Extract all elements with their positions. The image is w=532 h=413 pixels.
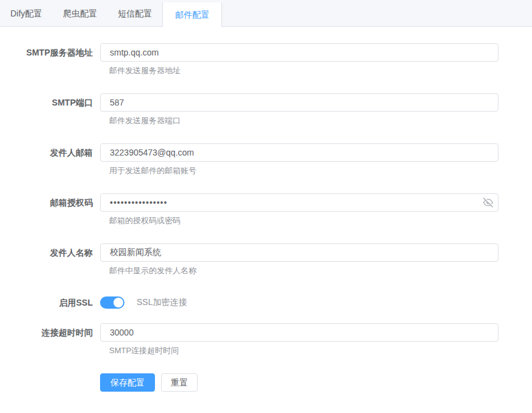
email-config-form: SMTP服务器地址 邮件发送服务器地址 SMTP端口 邮件发送服务器端口 发件人… (0, 27, 532, 392)
smtp-host-hint: 邮件发送服务器地址 (100, 65, 498, 76)
auth-code-input[interactable] (100, 193, 498, 212)
timeout-hint: SMTP连接超时时间 (100, 345, 498, 356)
sender-name-content: 邮件中显示的发件人名称 (100, 243, 498, 276)
timeout-label: 连接超时时间 (0, 323, 100, 356)
sender-email-input[interactable] (100, 143, 498, 162)
enable-ssl-label: 启用SSL (0, 293, 100, 312)
form-actions: 保存配置 重置 (100, 373, 498, 392)
smtp-host-label: SMTP服务器地址 (0, 43, 100, 76)
sender-name-row: 发件人名称 邮件中显示的发件人名称 (0, 243, 498, 276)
tab-crawler-config[interactable]: 爬虫配置 (52, 0, 107, 27)
timeout-input[interactable] (100, 323, 498, 342)
eye-off-icon[interactable] (483, 198, 493, 207)
enable-ssl-row: 启用SSL SSL加密连接 (0, 293, 498, 312)
reset-button[interactable]: 重置 (161, 373, 198, 392)
smtp-port-input[interactable] (100, 93, 498, 112)
tab-dify-config[interactable]: Dify配置 (0, 0, 52, 27)
save-config-button[interactable]: 保存配置 (100, 373, 155, 392)
config-tabs: Dify配置 爬虫配置 短信配置 邮件配置 (0, 0, 532, 27)
auth-code-row: 邮箱授权码 邮箱的授权码或密码 (0, 193, 498, 226)
ssl-toggle-description: SSL加密连接 (137, 297, 187, 308)
smtp-port-row: SMTP端口 邮件发送服务器端口 (0, 93, 498, 126)
tab-sms-config[interactable]: 短信配置 (107, 0, 162, 27)
sender-email-label: 发件人邮箱 (0, 143, 100, 176)
auth-code-label: 邮箱授权码 (0, 193, 100, 226)
smtp-host-row: SMTP服务器地址 邮件发送服务器地址 (0, 43, 498, 76)
auth-code-hint: 邮箱的授权码或密码 (100, 215, 498, 226)
smtp-port-hint: 邮件发送服务器端口 (100, 115, 498, 126)
timeout-row: 连接超时时间 SMTP连接超时时间 (0, 323, 498, 356)
smtp-port-content: 邮件发送服务器端口 (100, 93, 498, 126)
sender-name-input[interactable] (100, 243, 498, 262)
sender-name-label: 发件人名称 (0, 243, 100, 276)
sender-email-row: 发件人邮箱 用于发送邮件的邮箱账号 (0, 143, 498, 176)
ssl-toggle-switch[interactable] (100, 296, 124, 309)
timeout-content: SMTP连接超时时间 (100, 323, 498, 356)
tab-email-config[interactable]: 邮件配置 (162, 2, 222, 27)
tabs-bottom-border (0, 26, 532, 27)
sender-email-hint: 用于发送邮件的邮箱账号 (100, 165, 498, 176)
sender-email-content: 用于发送邮件的邮箱账号 (100, 143, 498, 176)
sender-name-hint: 邮件中显示的发件人名称 (100, 265, 498, 276)
auth-code-content: 邮箱的授权码或密码 (100, 193, 498, 226)
smtp-host-content: 邮件发送服务器地址 (100, 43, 498, 76)
smtp-port-label: SMTP端口 (0, 93, 100, 126)
smtp-host-input[interactable] (100, 43, 498, 62)
